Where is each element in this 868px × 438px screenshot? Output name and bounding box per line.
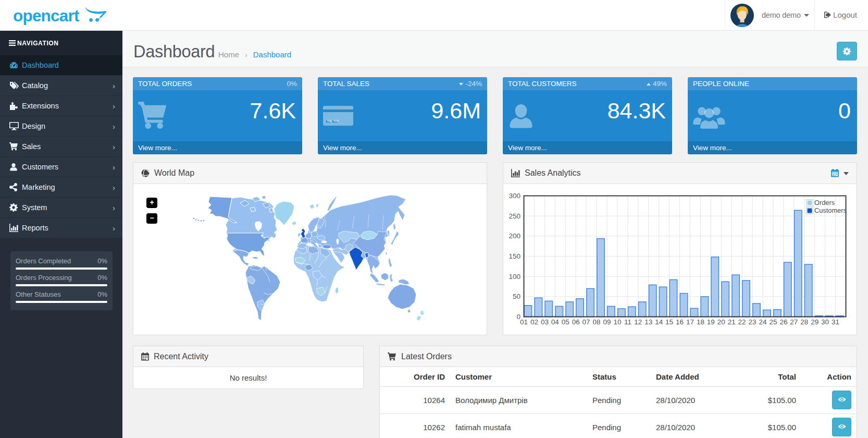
svg-text:23: 23 — [749, 318, 757, 326]
svg-text:10: 10 — [613, 318, 621, 326]
svg-text:31: 31 — [832, 318, 839, 326]
svg-text:17: 17 — [686, 318, 694, 326]
svg-text:11: 11 — [624, 318, 631, 326]
svg-text:06: 06 — [572, 318, 580, 326]
svg-text:03: 03 — [541, 318, 549, 326]
svg-text:18: 18 — [697, 318, 704, 326]
svg-text:04: 04 — [551, 318, 560, 326]
svg-text:19: 19 — [707, 318, 715, 326]
svg-text:Orders: Orders — [814, 199, 835, 206]
svg-text:26: 26 — [779, 318, 787, 326]
svg-text:20: 20 — [717, 318, 725, 326]
svg-text:30: 30 — [821, 318, 829, 326]
svg-text:13: 13 — [644, 318, 652, 326]
svg-text:100: 100 — [509, 273, 520, 281]
svg-text:200: 200 — [509, 232, 520, 240]
svg-text:29: 29 — [811, 318, 819, 326]
svg-text:150: 150 — [509, 252, 520, 260]
svg-text:24: 24 — [759, 318, 767, 326]
svg-text:08: 08 — [592, 318, 600, 326]
svg-text:25: 25 — [769, 318, 777, 326]
svg-text:09: 09 — [603, 318, 611, 326]
svg-text:Customers: Customers — [814, 206, 847, 214]
svg-text:300: 300 — [509, 192, 520, 200]
svg-text:14: 14 — [655, 318, 663, 326]
svg-text:05: 05 — [562, 318, 569, 326]
svg-text:opencart: opencart — [13, 6, 80, 25]
svg-text:15: 15 — [665, 318, 673, 326]
svg-text:07: 07 — [582, 318, 590, 326]
svg-text:01: 01 — [520, 318, 528, 326]
svg-text:21: 21 — [728, 318, 736, 326]
svg-text:02: 02 — [530, 318, 538, 326]
svg-text:50: 50 — [513, 293, 520, 300]
svg-text:12: 12 — [634, 318, 642, 326]
svg-text:27: 27 — [790, 318, 798, 326]
svg-text:16: 16 — [676, 318, 684, 326]
svg-text:28: 28 — [800, 318, 808, 326]
svg-text:250: 250 — [509, 212, 520, 220]
svg-text:22: 22 — [738, 318, 746, 326]
